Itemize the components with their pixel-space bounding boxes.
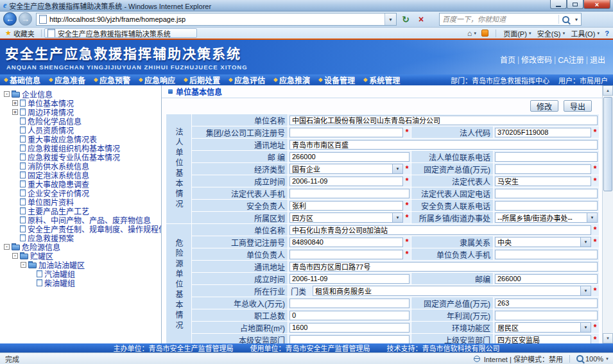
refresh-button[interactable]: ↻ xyxy=(399,13,413,26)
text-field[interactable] xyxy=(289,128,403,137)
tree-item[interactable]: 企业安全评价情况 xyxy=(3,188,161,197)
menu-item[interactable]: 应急预警 xyxy=(90,74,135,85)
menu-item[interactable]: 后期处置 xyxy=(180,74,225,85)
text-field[interactable] xyxy=(495,250,598,259)
tree-item-label[interactable]: 消防供水系统信息 xyxy=(28,161,89,170)
tree-item-label[interactable]: 周边环境情况 xyxy=(28,107,74,116)
favorites-button[interactable]: 收藏夹 xyxy=(13,28,35,39)
text-field[interactable] xyxy=(289,201,403,211)
tree-item-label[interactable]: 企业安全评价情况 xyxy=(28,188,89,197)
tree-item[interactable]: 重大事故应急情况表 xyxy=(3,134,161,143)
collapse-icon[interactable]: - xyxy=(4,91,10,97)
tree-item-label[interactable]: 柴油罐组 xyxy=(44,278,75,287)
scroll-thumb[interactable] xyxy=(603,97,612,191)
tree-item[interactable]: 固定泡沫系统信息 xyxy=(3,170,161,179)
expand-icon[interactable]: + xyxy=(12,100,18,106)
tree-item[interactable]: 人员资质情况 xyxy=(3,125,161,134)
tree-item-label[interactable]: 危险化学品信息 xyxy=(28,116,82,125)
browser-tab[interactable]: 安全生产应急救援指挥辅助决策系统 xyxy=(44,28,197,38)
tree-item[interactable]: 安全生产责任制、规章制度、操作规程信息 xyxy=(3,224,161,233)
collapse-icon[interactable]: - xyxy=(4,244,10,250)
minimize-button[interactable] xyxy=(550,0,567,9)
text-field[interactable] xyxy=(289,152,410,162)
text-field[interactable] xyxy=(289,262,598,272)
tree-item[interactable]: 应急救援专业队伍基本情况 xyxy=(3,152,161,161)
maximize-button[interactable] xyxy=(567,0,583,9)
help-button[interactable]: ? xyxy=(605,30,609,37)
scroll-up-button[interactable]: ▲ xyxy=(603,85,613,96)
tree-item[interactable]: 应急救援预案 xyxy=(3,233,161,242)
stop-button[interactable]: × xyxy=(414,13,428,26)
menu-item[interactable]: 基础信息 xyxy=(0,74,45,85)
tree-item[interactable]: -贮罐区 xyxy=(3,251,161,260)
tree-item-label[interactable]: 单位基本情况 xyxy=(28,98,74,107)
home-button[interactable]: ⌂▼ xyxy=(467,29,477,38)
tree-item[interactable]: -危险源信息 xyxy=(3,242,161,251)
text-field[interactable] xyxy=(289,238,403,247)
text-field[interactable] xyxy=(289,335,410,344)
tree-item[interactable]: +周边环境情况 xyxy=(3,107,161,116)
text-field[interactable] xyxy=(289,323,410,333)
header-link[interactable]: 退出 xyxy=(589,54,607,65)
tree-item[interactable]: 柴油罐组 xyxy=(3,278,161,287)
collapse-icon[interactable]: - xyxy=(12,253,18,259)
header-link[interactable]: 首页 xyxy=(499,54,517,65)
tree-item-label[interactable]: 应急救援专业队伍基本情况 xyxy=(28,152,120,161)
favorites-star-icon[interactable]: ★ xyxy=(5,29,12,37)
tree-item-label[interactable]: 重大事故隐患调查 xyxy=(28,179,89,188)
chevron-down-icon[interactable]: ▼ xyxy=(392,213,402,222)
chevron-down-icon[interactable]: ▼ xyxy=(580,286,591,295)
tree-item-label[interactable]: 重大事故应急情况表 xyxy=(28,134,97,143)
text-field[interactable] xyxy=(495,299,598,308)
text-field[interactable] xyxy=(289,116,598,125)
chevron-down-icon[interactable]: ▼ xyxy=(580,238,591,247)
select-field[interactable]: 四方区▼ xyxy=(289,212,403,223)
text-field[interactable] xyxy=(495,335,591,344)
tree-item-label[interactable]: 企业信息 xyxy=(22,89,53,98)
address-input[interactable] xyxy=(49,15,384,23)
menu-item[interactable]: 系统管理 xyxy=(359,74,404,85)
collapse-icon[interactable]: - xyxy=(21,262,26,268)
feeds-icon[interactable] xyxy=(481,30,488,37)
tree-item-label[interactable]: 危险源信息 xyxy=(22,242,60,251)
select-field[interactable]: 国有企业▼ xyxy=(289,164,403,174)
vertical-scrollbar[interactable]: ▲ ▼ xyxy=(602,85,613,343)
tree-item-label[interactable]: 应急救援组织机构基本情况 xyxy=(28,143,120,152)
text-field[interactable] xyxy=(289,311,410,320)
address-dropdown-button[interactable]: ▼ xyxy=(384,13,396,25)
forward-button[interactable]: → xyxy=(19,12,32,26)
tree-item[interactable]: 消防供水系统信息 xyxy=(3,161,161,170)
header-link[interactable]: CA注册 xyxy=(557,54,585,65)
tree-item-label[interactable]: 加油站油罐区 xyxy=(39,260,85,269)
tree-item[interactable]: -企业信息 xyxy=(3,89,161,98)
tree-item[interactable]: -加油站油罐区 xyxy=(3,260,161,269)
select-field[interactable]: 租赁和商务服务业▼ xyxy=(313,286,591,296)
chevron-down-icon[interactable]: ▼ xyxy=(587,213,597,222)
text-field[interactable] xyxy=(289,299,410,308)
text-field[interactable] xyxy=(289,250,403,259)
expand-icon[interactable]: + xyxy=(12,109,18,115)
menu-item[interactable]: 设备管理 xyxy=(315,74,359,85)
address-bar[interactable]: ▼ xyxy=(36,13,397,26)
tree-item[interactable]: 原料、中间产物、产品、废弃物信息 xyxy=(3,215,161,224)
tree-item-label[interactable]: 人员资质情况 xyxy=(28,125,74,134)
scroll-down-button[interactable]: ▼ xyxy=(603,333,613,343)
menu-item[interactable]: 应急响应 xyxy=(135,74,180,85)
toolbar-command[interactable]: 工具(O)▼ xyxy=(571,28,600,39)
close-button[interactable]: × xyxy=(583,0,610,9)
tree-item[interactable]: 应急救援组织机构基本情况 xyxy=(3,143,161,152)
search-button[interactable] xyxy=(559,16,572,23)
tree-item[interactable]: 重大事故隐患调查 xyxy=(3,179,161,188)
edit-button[interactable]: 修改 xyxy=(530,100,558,112)
zoom-control[interactable]: 100% ▼ xyxy=(576,355,609,363)
tree-item[interactable]: 主要产品生产工艺 xyxy=(3,206,161,215)
tree-item-label[interactable]: 主要产品生产工艺 xyxy=(28,206,89,215)
menu-item[interactable]: 应急准备 xyxy=(45,74,90,85)
tree-item[interactable]: 单位图片资料 xyxy=(3,197,161,206)
tree-item-label[interactable]: 安全生产责任制、规章制度、操作规程信息 xyxy=(28,224,161,233)
chevron-down-icon[interactable]: ▼ xyxy=(392,164,402,173)
tree-item[interactable]: 汽油罐组 xyxy=(3,269,161,278)
text-field[interactable] xyxy=(495,274,598,284)
scroll-track[interactable] xyxy=(603,96,613,333)
tree-item-label[interactable]: 贮罐区 xyxy=(30,251,53,260)
